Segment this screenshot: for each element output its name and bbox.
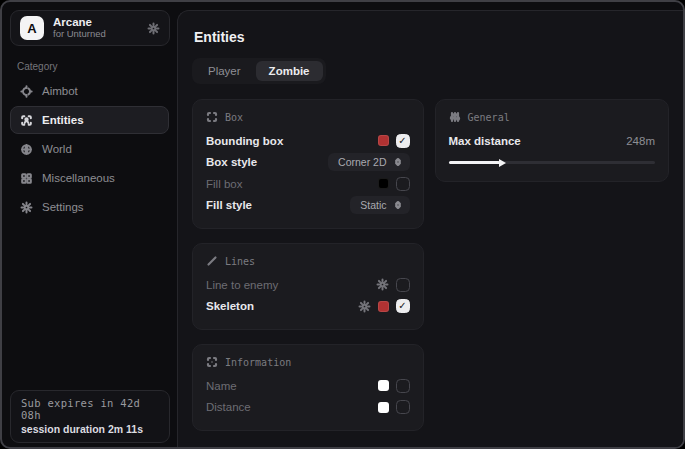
- page-title: Entities: [194, 29, 669, 45]
- bounding-box-checkbox[interactable]: [396, 134, 410, 148]
- lines-section-title: Lines: [225, 256, 255, 267]
- tab-zombie[interactable]: Zombie: [256, 61, 323, 81]
- information-section-title: Information: [225, 357, 291, 368]
- chevron-up-down-icon: [393, 200, 403, 210]
- sidebar-item-world[interactable]: World: [10, 135, 169, 163]
- row-label: Fill box: [206, 178, 242, 190]
- box-style-row: Box style Corner 2D: [206, 152, 410, 174]
- subscription-status-card: Sub expires in 42d 08h session duration …: [10, 390, 170, 443]
- lines-section-card: Lines Line to enemy: [192, 243, 424, 330]
- fill-box-row: Fill box: [206, 173, 410, 195]
- name-checkbox[interactable]: [396, 379, 410, 393]
- box-section-header: Box: [206, 111, 410, 123]
- distance-checkbox[interactable]: [396, 400, 410, 414]
- general-section-header: General: [449, 111, 655, 123]
- sidebar-item-label: Aimbot: [42, 85, 78, 97]
- bounding-box-color-swatch[interactable]: [378, 135, 389, 146]
- fill-box-color-swatch[interactable]: [378, 178, 389, 189]
- sidebar-item-label: Settings: [42, 201, 84, 213]
- app-subtitle: for Unturned: [53, 29, 106, 40]
- left-column: Box Bounding box Box style Cor: [192, 99, 424, 431]
- general-section-card: General Max distance 248m: [435, 99, 669, 182]
- dropdown-value: Static: [360, 199, 386, 211]
- sidebar-item-aimbot[interactable]: Aimbot: [10, 77, 169, 105]
- gear-icon: [20, 201, 33, 214]
- skeleton-row: Skeleton: [206, 296, 410, 318]
- skeleton-color-swatch[interactable]: [378, 301, 389, 312]
- main-panel: Entities Player Zombie Box: [177, 10, 683, 447]
- dropdown-value: Corner 2D: [338, 156, 386, 168]
- sidebar-item-miscellaneous[interactable]: Miscellaneous: [10, 164, 169, 192]
- row-label: Line to enemy: [206, 279, 278, 291]
- session-duration-text: session duration 2m 11s: [21, 423, 159, 435]
- slider-fill-and-thumb[interactable]: [449, 161, 500, 164]
- sidebar-item-label: Miscellaneous: [42, 172, 115, 184]
- entity-scan-icon: [20, 114, 33, 127]
- slider-track[interactable]: [449, 161, 655, 164]
- row-label: Skeleton: [206, 300, 254, 312]
- row-label: Name: [206, 380, 237, 392]
- distance-row: Distance: [206, 397, 410, 419]
- sidebar-item-label: Entities: [42, 114, 84, 126]
- brand-card: A Arcane for Unturned: [10, 10, 170, 46]
- box-section-title: Box: [225, 112, 243, 123]
- line-to-enemy-settings-gear-icon[interactable]: [376, 278, 389, 291]
- brand-text: Arcane for Unturned: [53, 16, 106, 40]
- information-section-header: Information: [206, 356, 410, 368]
- max-distance-slider[interactable]: [449, 157, 655, 169]
- bounding-box-row: Bounding box: [206, 130, 410, 152]
- line-to-enemy-checkbox[interactable]: [396, 278, 410, 292]
- tab-group: Player Zombie: [192, 58, 326, 84]
- fill-box-checkbox[interactable]: [396, 177, 410, 191]
- content-columns: Box Bounding box Box style Cor: [192, 99, 669, 431]
- box-style-dropdown[interactable]: Corner 2D: [328, 153, 409, 171]
- row-label: Bounding box: [206, 135, 283, 147]
- brand-gear-icon[interactable]: [147, 22, 160, 35]
- sidebar-item-settings[interactable]: Settings: [10, 193, 169, 221]
- row-label: Fill style: [206, 199, 252, 211]
- chevron-up-down-icon: [393, 157, 403, 167]
- box-corners-icon: [206, 111, 218, 123]
- app-window: A Arcane for Unturned Category: [0, 0, 685, 449]
- row-label: Max distance: [449, 135, 521, 147]
- category-label: Category: [17, 61, 177, 72]
- scan-dot-icon: [206, 356, 218, 368]
- fill-style-dropdown[interactable]: Static: [350, 196, 409, 214]
- lines-section-header: Lines: [206, 255, 410, 267]
- grid-icon: [20, 172, 33, 185]
- diagonal-line-icon: [206, 255, 218, 267]
- name-row: Name: [206, 375, 410, 397]
- information-section-card: Information Name Distance: [192, 344, 424, 431]
- name-color-swatch[interactable]: [378, 380, 389, 391]
- box-section-card: Box Bounding box Box style Cor: [192, 99, 424, 229]
- line-to-enemy-row: Line to enemy: [206, 274, 410, 296]
- fill-style-row: Fill style Static: [206, 195, 410, 217]
- sub-expires-text: Sub expires in 42d 08h: [21, 397, 159, 421]
- skeleton-checkbox[interactable]: [396, 299, 410, 313]
- row-label: Distance: [206, 401, 251, 413]
- sidebar-nav: Aimbot Entities: [2, 77, 177, 221]
- tab-player[interactable]: Player: [195, 61, 254, 81]
- globe-icon: [20, 143, 33, 156]
- skeleton-settings-gear-icon[interactable]: [358, 300, 371, 313]
- sidebar-item-label: World: [42, 143, 72, 155]
- app-logo: A: [20, 16, 44, 40]
- max-distance-value: 248m: [626, 135, 655, 147]
- sidebar: A Arcane for Unturned Category: [2, 2, 177, 447]
- distance-color-swatch[interactable]: [378, 402, 389, 413]
- general-section-title: General: [468, 112, 510, 123]
- max-distance-row: Max distance 248m: [449, 130, 655, 152]
- row-label: Box style: [206, 156, 257, 168]
- sidebar-item-entities[interactable]: Entities: [10, 106, 169, 134]
- crosshair-icon: [20, 85, 33, 98]
- right-column: General Max distance 248m: [435, 99, 669, 182]
- sliders-icon: [449, 111, 461, 123]
